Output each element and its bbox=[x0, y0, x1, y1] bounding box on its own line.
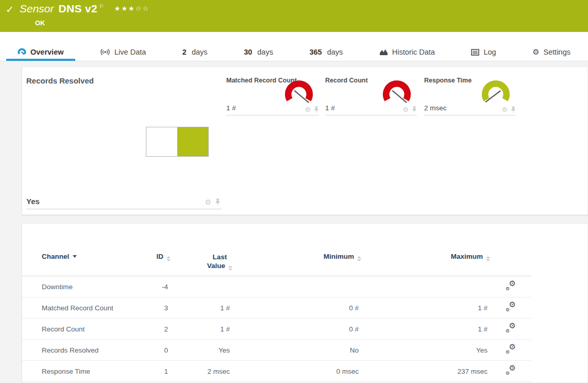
pin-icon[interactable] bbox=[215, 198, 221, 206]
channel-name[interactable]: Response Time bbox=[22, 361, 150, 382]
channel-maximum: Yes bbox=[361, 340, 490, 361]
channel-id: 1 bbox=[150, 361, 171, 382]
pin-icon[interactable] bbox=[412, 106, 417, 113]
channel-id: 0 bbox=[150, 340, 171, 361]
tab-label: days bbox=[327, 48, 343, 56]
channel-minimum: 0 # bbox=[232, 319, 361, 340]
gauge-response-time: Response Time 2 msec ⚙ bbox=[424, 77, 516, 115]
gauge-settings-icon[interactable]: ⚙ bbox=[501, 106, 508, 113]
channel-id: 3 bbox=[150, 297, 171, 319]
sensor-title-row: Sensor DNS v2 ⚐ ★★★☆☆ bbox=[20, 3, 149, 15]
table-header-row: Channel ID Last Value Minimum Maximum bbox=[22, 241, 531, 276]
tab-label: days bbox=[192, 48, 208, 56]
column-header-maximum[interactable]: Maximum bbox=[361, 241, 490, 276]
pin-icon[interactable] bbox=[314, 106, 319, 113]
channel-settings-icon[interactable]: ⚙⚙ bbox=[506, 324, 516, 333]
tab-bar: Overview Live Data 2 days 30 days 365 da… bbox=[0, 32, 588, 61]
sort-icon bbox=[228, 265, 232, 271]
gauge-settings-icon[interactable]: ⚙ bbox=[305, 106, 311, 113]
gauge-arc bbox=[284, 79, 314, 109]
table-row[interactable]: Records Resolved 0 Yes No Yes ⚙⚙ bbox=[22, 340, 531, 361]
column-header-id[interactable]: ID bbox=[150, 241, 171, 276]
tab-2-days[interactable]: 2 days bbox=[171, 32, 219, 61]
channel-settings-icon[interactable]: ⚙⚙ bbox=[506, 303, 516, 312]
tab-label: Overview bbox=[30, 48, 64, 56]
gauge-footer-icons: ⚙ bbox=[501, 106, 516, 113]
table-row[interactable]: Matched Record Count 3 1 # 0 # 1 # ⚙⚙ bbox=[22, 297, 531, 319]
channel-settings-icon[interactable]: ⚙⚙ bbox=[506, 366, 516, 375]
channel-name[interactable]: Matched Record Count bbox=[22, 297, 150, 319]
channel-maximum bbox=[361, 276, 490, 297]
historic-data-icon bbox=[379, 48, 388, 56]
gauge-footer-icons: ⚙ bbox=[205, 198, 221, 206]
channel-settings-icon[interactable]: ⚙⚙ bbox=[506, 345, 516, 354]
column-header-minimum[interactable]: Minimum bbox=[232, 241, 361, 276]
status-ok-check-icon: ✓ bbox=[6, 4, 14, 15]
table-row[interactable]: Response Time 1 2 msec 0 msec 237 msec ⚙… bbox=[22, 361, 531, 382]
table-row[interactable]: Downtime -4 ⚙⚙ bbox=[22, 276, 531, 297]
column-header-last-value[interactable]: Last Value bbox=[171, 241, 232, 276]
channel-settings-icon[interactable]: ⚙⚙ bbox=[506, 281, 516, 291]
sort-icon bbox=[357, 256, 361, 261]
column-header-channel[interactable]: Channel bbox=[22, 241, 150, 276]
channel-table: Channel ID Last Value Minimum Maximum Do… bbox=[22, 241, 531, 382]
tab-historic-data[interactable]: Historic Data bbox=[368, 32, 446, 61]
channel-last-value: 1 # bbox=[171, 319, 232, 340]
sensor-type-label: Sensor bbox=[20, 3, 54, 15]
gauge-matched-record-count: Matched Record Count 1 # ⚙ bbox=[226, 77, 319, 115]
tab-label: Live Data bbox=[114, 48, 146, 56]
column-header-actions bbox=[490, 241, 531, 276]
tab-settings[interactable]: ⚙ Settings bbox=[521, 32, 582, 61]
channel-id: -4 bbox=[150, 276, 171, 297]
pin-icon[interactable] bbox=[511, 106, 516, 113]
tab-label: Historic Data bbox=[392, 48, 435, 56]
records-resolved-boolean-chart bbox=[146, 127, 209, 157]
gauge-settings-icon[interactable]: ⚙ bbox=[402, 106, 409, 113]
channel-minimum: 0 msec bbox=[232, 361, 361, 382]
tab-number: 30 bbox=[244, 48, 252, 56]
sensor-name: DNS v2 bbox=[59, 3, 97, 15]
sort-icon bbox=[166, 256, 171, 261]
tab-live-data[interactable]: Live Data bbox=[89, 32, 157, 61]
gauge-settings-icon[interactable]: ⚙ bbox=[205, 198, 211, 206]
tab-log[interactable]: Log bbox=[460, 32, 507, 61]
channel-name[interactable]: Downtime bbox=[22, 276, 150, 297]
tab-30-days[interactable]: 30 days bbox=[232, 32, 284, 61]
records-resolved-title: Records Resolved bbox=[26, 76, 94, 85]
gauge-footer-icons: ⚙ bbox=[305, 106, 319, 113]
gauge-value: 1 # bbox=[325, 104, 335, 112]
gauge-icon bbox=[18, 48, 26, 57]
gauge-value: 1 # bbox=[226, 104, 236, 112]
channel-name[interactable]: Record Count bbox=[22, 319, 150, 340]
tab-overview[interactable]: Overview bbox=[6, 32, 75, 61]
channel-maximum: 237 msec bbox=[361, 361, 490, 382]
overview-gauges-panel: Records Resolved Yes ⚙ Matched Record Co… bbox=[22, 66, 588, 215]
tab-number: 365 bbox=[309, 48, 322, 56]
priority-stars[interactable]: ★★★☆☆ bbox=[114, 5, 149, 12]
settings-gear-icon: ⚙ bbox=[532, 47, 539, 57]
records-resolved-footer: Yes ⚙ bbox=[26, 194, 222, 209]
sensor-status-text: OK bbox=[35, 19, 45, 27]
channel-maximum: 1 # bbox=[361, 297, 490, 319]
tab-365-days[interactable]: 365 days bbox=[298, 32, 354, 61]
tab-label: days bbox=[257, 48, 273, 56]
channel-last-value: 1 # bbox=[171, 297, 232, 319]
gauge-arc bbox=[382, 79, 412, 109]
gauge-footer-icons: ⚙ bbox=[402, 106, 417, 113]
records-resolved-value: Yes bbox=[26, 197, 40, 206]
table-row[interactable]: Record Count 2 1 # 0 # 1 # ⚙⚙ bbox=[22, 319, 531, 340]
channel-last-value bbox=[171, 276, 232, 297]
channel-last-value: 2 msec bbox=[171, 361, 232, 382]
log-icon bbox=[471, 49, 479, 56]
channel-id: 2 bbox=[150, 319, 171, 340]
channel-minimum: 0 # bbox=[232, 297, 361, 319]
sensor-status-header: ✓ Sensor DNS v2 ⚐ ★★★☆☆ OK bbox=[0, 0, 588, 32]
channel-minimum bbox=[232, 276, 361, 297]
channel-minimum: No bbox=[232, 340, 361, 361]
flag-icon[interactable]: ⚐ bbox=[99, 3, 104, 10]
channel-name[interactable]: Records Resolved bbox=[22, 340, 150, 361]
channel-maximum: 1 # bbox=[361, 319, 490, 340]
sort-desc-icon bbox=[73, 255, 77, 258]
tab-number: 2 bbox=[182, 48, 187, 56]
channel-table-panel: Channel ID Last Value Minimum Maximum Do… bbox=[22, 223, 588, 383]
